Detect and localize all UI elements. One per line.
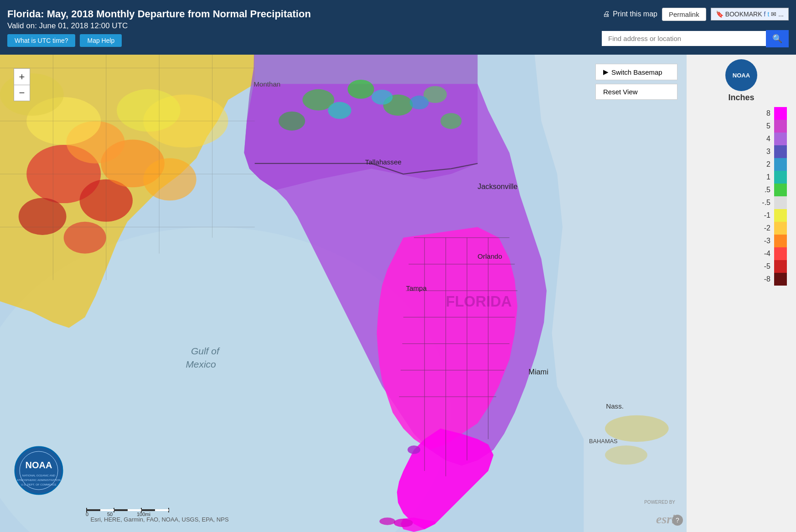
svg-point-17 <box>279 112 305 131</box>
svg-point-12 <box>0 73 64 116</box>
page-title: Florida: May, 2018 Monthly Departure fro… <box>7 8 602 21</box>
svg-point-5 <box>64 222 106 254</box>
legend-row: -1 <box>696 209 787 222</box>
utc-time-button[interactable]: What is UTC time? <box>7 34 75 47</box>
legend-row: 3 <box>696 145 787 158</box>
legend-color-swatch <box>774 273 787 286</box>
svg-rect-72 <box>100 509 114 511</box>
top-toolbar: 🖨 Print this map Permalink 🔖 BOOKMARK f … <box>603 8 789 21</box>
help-button[interactable]: ? <box>672 515 683 526</box>
map-controls-panel: ▶ Switch Basemap Reset View <box>595 64 677 100</box>
svg-rect-75 <box>141 509 155 511</box>
svg-text:NATIONAL OCEANIC AND: NATIONAL OCEANIC AND <box>22 474 56 477</box>
svg-text:0: 0 <box>86 512 88 517</box>
permalink-button[interactable]: Permalink <box>662 8 706 21</box>
legend-row: -.5 <box>696 196 787 209</box>
bookmark-button[interactable]: 🔖 BOOKMARK f t ✉ ... <box>711 8 789 20</box>
legend-row: 1 <box>696 171 787 184</box>
svg-rect-71 <box>87 509 100 511</box>
legend-scale: 854321.5-.5-1-2-3-4-5-8 <box>687 107 796 286</box>
map-help-button[interactable]: Map Help <box>80 34 122 47</box>
legend-value-label: -3 <box>748 237 770 245</box>
header-right: 🖨 Print this map Permalink 🔖 BOOKMARK f … <box>602 8 789 47</box>
legend-value-label: 2 <box>748 160 770 169</box>
svg-text:Mexico: Mexico <box>186 359 216 369</box>
legend-value-label: -2 <box>748 224 770 232</box>
svg-point-4 <box>19 198 67 235</box>
legend-row: 2 <box>696 158 787 171</box>
legend-color-swatch <box>774 107 787 120</box>
reset-view-button[interactable]: Reset View <box>595 84 677 100</box>
legend-color-swatch <box>774 196 787 209</box>
bookmark-icon: 🔖 <box>716 10 724 18</box>
svg-text:Nass.: Nass. <box>606 402 624 410</box>
search-button[interactable]: 🔍 <box>766 30 789 47</box>
svg-text:U.S. DEPT. OF COMMERCE: U.S. DEPT. OF COMMERCE <box>21 483 57 486</box>
legend-row: -5 <box>696 260 787 273</box>
svg-text:FLORIDA: FLORIDA <box>446 293 512 310</box>
legend-value-label: .5 <box>748 186 770 194</box>
print-button[interactable]: 🖨 Print this map <box>603 10 657 18</box>
bookmark-label: BOOKMARK <box>725 10 762 18</box>
legend-value-label: 5 <box>748 122 770 130</box>
basemap-icon: ▶ <box>603 68 609 76</box>
zoom-controls: + − <box>14 68 30 101</box>
svg-point-10 <box>117 89 181 132</box>
header-left: Florida: May, 2018 Monthly Departure fro… <box>7 8 602 47</box>
legend-color-swatch <box>774 247 787 260</box>
legend-value-label: -.5 <box>748 199 770 207</box>
zoom-in-button[interactable]: + <box>14 68 30 85</box>
svg-text:Jacksonville: Jacksonville <box>478 182 518 190</box>
search-bar: 🔍 <box>602 30 789 47</box>
svg-text:Tallahassee: Tallahassee <box>365 158 402 166</box>
svg-text:Gulf of: Gulf of <box>191 346 220 356</box>
svg-point-24 <box>408 445 420 454</box>
svg-point-18 <box>440 113 462 129</box>
legend-color-swatch <box>774 222 787 235</box>
svg-text:Orlando: Orlando <box>478 252 502 260</box>
switch-basemap-button[interactable]: ▶ Switch Basemap <box>595 64 677 80</box>
noaa-logo-circle: NOAA <box>725 59 757 91</box>
legend-value-label: -4 <box>748 250 770 258</box>
noaa-label: NOAA <box>733 72 750 79</box>
search-icon: 🔍 <box>772 34 782 43</box>
svg-point-21 <box>410 96 429 109</box>
legend-value-label: -5 <box>748 262 770 271</box>
legend-row: -3 <box>696 235 787 247</box>
legend-color-swatch <box>774 158 787 171</box>
legend: NOAA Inches 854321.5-.5-1-2-3-4-5-8 <box>687 55 796 532</box>
page-subtitle: Valid on: June 01, 2018 12:00 UTC <box>7 21 602 31</box>
svg-text:Monthan: Monthan <box>253 80 280 88</box>
svg-text:Miami: Miami <box>528 368 548 376</box>
map-canvas: Gulf of Mexico Straits of Florida Jackso… <box>0 55 796 532</box>
legend-color-swatch <box>774 120 787 133</box>
map-svg: Gulf of Mexico Straits of Florida Jackso… <box>0 55 796 532</box>
legend-row: -2 <box>696 222 787 235</box>
printer-icon: 🖨 <box>603 10 610 18</box>
svg-point-22 <box>394 519 413 527</box>
map-container[interactable]: Gulf of Mexico Straits of Florida Jackso… <box>0 55 796 532</box>
facebook-icon: f <box>764 10 766 18</box>
svg-point-20 <box>372 90 393 105</box>
switch-basemap-label: Switch Basemap <box>611 68 662 76</box>
zoom-out-button[interactable]: − <box>14 85 30 101</box>
print-label: Print this map <box>613 10 657 18</box>
header-buttons: What is UTC time? Map Help <box>7 34 602 47</box>
svg-text:NOAA: NOAA <box>26 460 52 470</box>
svg-point-7 <box>143 158 196 200</box>
legend-color-swatch <box>774 184 787 196</box>
legend-color-swatch <box>774 235 787 247</box>
svg-rect-74 <box>128 509 141 511</box>
svg-text:Tampa: Tampa <box>406 284 427 292</box>
svg-point-60 <box>15 447 62 494</box>
legend-row: -8 <box>696 273 787 286</box>
legend-value-label: 3 <box>748 148 770 156</box>
legend-color-swatch <box>774 133 787 145</box>
svg-point-19 <box>328 102 351 119</box>
twitter-icon: t <box>767 10 769 18</box>
legend-value-label: 8 <box>748 109 770 118</box>
search-input[interactable] <box>602 31 766 46</box>
legend-row: .5 <box>696 184 787 196</box>
svg-rect-76 <box>155 509 169 511</box>
svg-text:BAHAMAS: BAHAMAS <box>589 438 618 445</box>
